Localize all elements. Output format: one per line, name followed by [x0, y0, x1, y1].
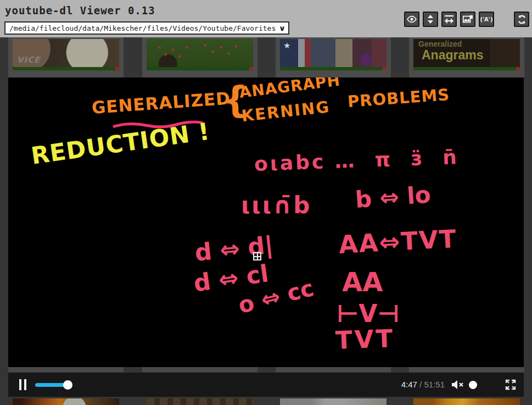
draw-cursor [253, 252, 261, 260]
video-thumbnail-card[interactable] [142, 37, 257, 77]
display-mode-button[interactable] [404, 12, 419, 27]
watched-progress-bar [413, 67, 520, 70]
width-mode-button[interactable] [441, 12, 457, 27]
mute-button[interactable] [451, 379, 465, 390]
stream-mode-button[interactable]: ('A') [479, 12, 494, 27]
video-thumbnail-card[interactable]: ★ [276, 37, 391, 77]
eye-icon [406, 14, 417, 25]
fit-width-icon [444, 14, 455, 24]
ink-aa-tvt: AA⇔TVT [338, 226, 458, 257]
ink-anagraph: ANAGRAPH [238, 77, 341, 101]
volume-track[interactable] [468, 384, 500, 386]
thumbnail-image-football [147, 39, 253, 67]
fullscreen-icon [505, 384, 517, 392]
ink-fva: ⊢V⊣ [337, 302, 400, 326]
time-separator: / [417, 380, 424, 389]
duration: 51:51 [424, 380, 445, 389]
thumbnail-title-line1: Generalized [418, 40, 462, 48]
watched-progress-bar [280, 67, 387, 70]
thumbnail-mode-button[interactable] [460, 12, 475, 27]
ink-aa: AA [342, 269, 383, 295]
folder-path-value: /media/filecloud/data/Mikescher/files/Vi… [9, 24, 276, 32]
ink-alphabet-line: oιabc … π ӟ n̄ [254, 147, 459, 174]
thumbnail-title-line2: Anagrams [422, 48, 483, 63]
images-icon [462, 14, 473, 25]
purple-blob [360, 54, 372, 66]
partial-thumbnail [413, 398, 520, 405]
partial-thumbnail [280, 398, 387, 405]
sort-arrows-icon [426, 14, 435, 24]
progress-track[interactable] [35, 383, 393, 387]
fullscreen-button[interactable] [505, 379, 517, 390]
page-title: youtube-dl Viewer 0.13 [5, 4, 155, 16]
broadcast-icon: ('A') [480, 16, 492, 23]
reload-button[interactable] [514, 12, 529, 27]
time-display: 4:47 / 51:51 [393, 380, 445, 389]
partial-thumbnail [147, 398, 253, 405]
ink-b-lo: b ⇔ lo [355, 183, 432, 212]
app-header: youtube-dl Viewer 0.13 /media/filecloud/… [0, 0, 532, 37]
sort-order-button[interactable] [423, 12, 438, 27]
chevron-down-icon: ∨ [279, 24, 285, 32]
player-controls: 4:47 / 51:51 [8, 373, 524, 397]
folder-path-select[interactable]: /media/filecloud/data/Mikescher/files/Vi… [4, 21, 289, 35]
ink-generalized: GENERALIZED [91, 90, 231, 116]
video-player[interactable]: GENERALIZED{ANAGRAPHKERNINGPROBLEMSREDUC… [8, 77, 524, 367]
thumbnail-image-cooking: VICE [13, 39, 119, 67]
ink-kerning: KERNING [240, 99, 331, 124]
thumbnail-image-cartoon: ★ [280, 39, 387, 67]
app-window: VICE ★ Generalized Anagrams [0, 0, 532, 405]
video-thumbnail-card[interactable]: VICE [8, 37, 124, 77]
video-thumbnail-card[interactable]: Generalized Anagrams [409, 37, 524, 77]
partial-thumbnail [13, 398, 119, 405]
header-toolbar: ('A') [404, 12, 529, 27]
muted-speaker-icon [451, 384, 465, 392]
volume-knob[interactable] [469, 381, 477, 389]
watched-progress-bar [13, 67, 119, 70]
ink-unary-line: ιιι∩̄b [241, 194, 311, 217]
pause-button[interactable] [18, 379, 27, 390]
progress-knob[interactable] [63, 380, 72, 390]
thumbnail-image-anagrams: Generalized Anagrams [413, 39, 520, 67]
watched-progress-bar [147, 67, 253, 70]
refresh-icon [517, 14, 527, 25]
ink-tvt: TVT [335, 326, 395, 353]
vice-logo: VICE [17, 55, 40, 65]
current-time: 4:47 [401, 380, 417, 389]
star-icon: ★ [283, 41, 290, 51]
ink-problems: PROBLEMS [347, 87, 450, 110]
